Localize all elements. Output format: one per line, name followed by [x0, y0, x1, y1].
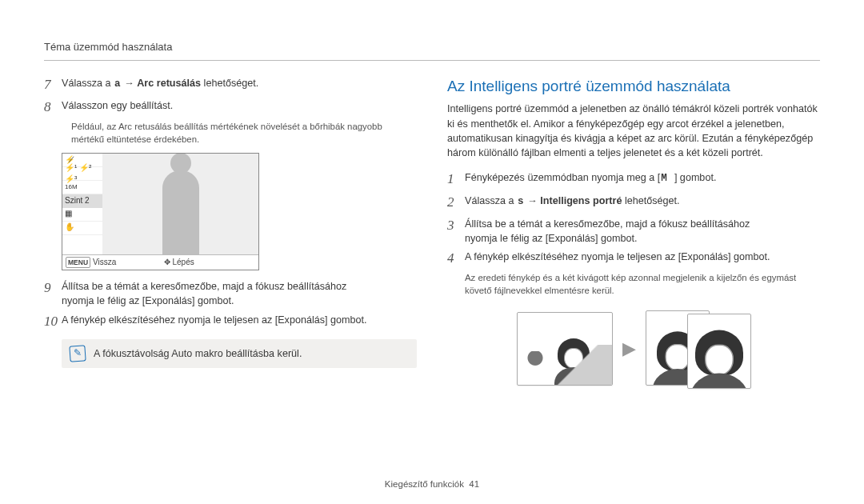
page-number: 41	[469, 479, 479, 489]
step-text: Fényképezés üzemmódban nyomja meg a [	[465, 172, 660, 183]
step-text: Válasszon egy beállítást.	[62, 98, 417, 113]
step-2: 2 Válassza a s → Intelligens portré lehe…	[447, 193, 820, 213]
sub-note: Az eredeti fénykép és a két kivágott kép…	[465, 272, 820, 298]
arrow-glyph: →	[525, 195, 541, 206]
step-text: Állítsa be a témát a keresőmezőbe, majd …	[62, 281, 346, 292]
note-icon	[69, 346, 86, 362]
grid-icon: ▦	[62, 208, 102, 222]
resolution-icon: 16M	[62, 181, 102, 194]
preview-area	[102, 154, 258, 254]
step-number: 4	[447, 249, 465, 269]
intro-paragraph: Intelligens portré üzemmód a jelenetben …	[447, 102, 820, 160]
portrait-thumb	[687, 314, 751, 389]
step-text: A fénykép elkészítéséhez nyomja le telje…	[465, 249, 820, 264]
section-label: Kiegészítő funkciók	[385, 479, 464, 489]
step-3: 3 Állítsa be a témát a keresőmezőbe, maj…	[447, 216, 820, 246]
result-illustration: ▶	[447, 309, 820, 389]
step-7: 7 Válassza a a → Arc retusálás lehetőség…	[44, 75, 417, 95]
subject-silhouette	[162, 170, 199, 254]
step-number: 3	[447, 216, 465, 236]
step-number: 9	[44, 278, 62, 298]
mode-glyph: a	[114, 78, 122, 90]
flash-levels-icon: ⚡¹ ⚡² ⚡³	[62, 167, 102, 181]
menu-target: Arc retusálás	[137, 78, 201, 89]
mode-key: M	[660, 173, 674, 184]
step-number: 1	[447, 170, 465, 190]
step-number: 7	[44, 75, 62, 95]
breadcrumb-header: Téma üzemmód használata	[44, 40, 820, 61]
menu-target: Intelligens portré	[540, 195, 622, 206]
step-text: A fénykép elkészítéséhez nyomja le telje…	[62, 312, 417, 327]
step-text: lehetőséget.	[201, 78, 258, 89]
camera-sidebar: ⚡̸ ⚡¹ ⚡² ⚡³ 16M Szint 2 ▦ ✋	[62, 154, 102, 254]
arrow-glyph: →	[122, 78, 138, 89]
note-text: A fókusztávolság Auto makro beállításba …	[94, 346, 302, 361]
step-8: 8 Válasszon egy beállítást.	[44, 98, 417, 118]
step-text: ] gombot.	[674, 172, 717, 183]
step-number: 2	[447, 193, 465, 213]
step-10: 10 A fénykép elkészítéséhez nyomja le te…	[44, 312, 417, 332]
right-column: Az Intelligens portré üzemmód használata…	[447, 75, 820, 389]
navpad-icon: ✥	[164, 257, 170, 269]
step-text: Válassza a	[465, 195, 517, 206]
menu-key-icon: MENU	[66, 257, 90, 268]
step-text: Állítsa be a témát a keresőmezőbe, majd …	[465, 218, 750, 230]
stabilizer-icon: ✋	[62, 222, 102, 235]
section-heading: Az Intelligens portré üzemmód használata	[447, 75, 820, 98]
camera-screen-preview: ⚡̸ ⚡¹ ⚡² ⚡³ 16M Szint 2 ▦ ✋ MENU Vissza	[62, 153, 259, 270]
step-text: nyomja le félig az [Exponálás] gombot.	[62, 295, 234, 306]
result-portrait-pair	[646, 309, 751, 389]
step-number: 10	[44, 312, 62, 332]
step-text: Válassza a	[62, 78, 114, 89]
move-label: Lépés	[173, 257, 194, 269]
result-scene-thumb	[517, 312, 613, 386]
step-number: 8	[44, 98, 62, 118]
step-text: lehetőséget.	[622, 195, 679, 206]
step-1: 1 Fényképezés üzemmódban nyomja meg a [M…	[447, 170, 820, 190]
page-footer: Kiegészítő funkciók 41	[0, 478, 864, 491]
left-column: 7 Válassza a a → Arc retusálás lehetőség…	[44, 75, 417, 389]
camera-footer: MENU Vissza ✥ Lépés	[62, 254, 258, 270]
back-label: Vissza	[93, 257, 116, 269]
step-text: nyomja le félig az [Exponálás] gombot.	[465, 233, 638, 244]
level-label: Szint 2	[62, 194, 102, 208]
step-4: 4 A fénykép elkészítéséhez nyomja le tel…	[447, 249, 820, 269]
step-9: 9 Állítsa be a témát a keresőmezőbe, maj…	[44, 278, 417, 309]
example-note: Például, az Arc retusálás beállítás mért…	[71, 121, 417, 146]
arrow-right-icon: ▶	[622, 336, 636, 362]
mode-glyph: s	[517, 196, 525, 207]
note-box: A fókusztávolság Auto makro beállításba …	[62, 339, 417, 368]
